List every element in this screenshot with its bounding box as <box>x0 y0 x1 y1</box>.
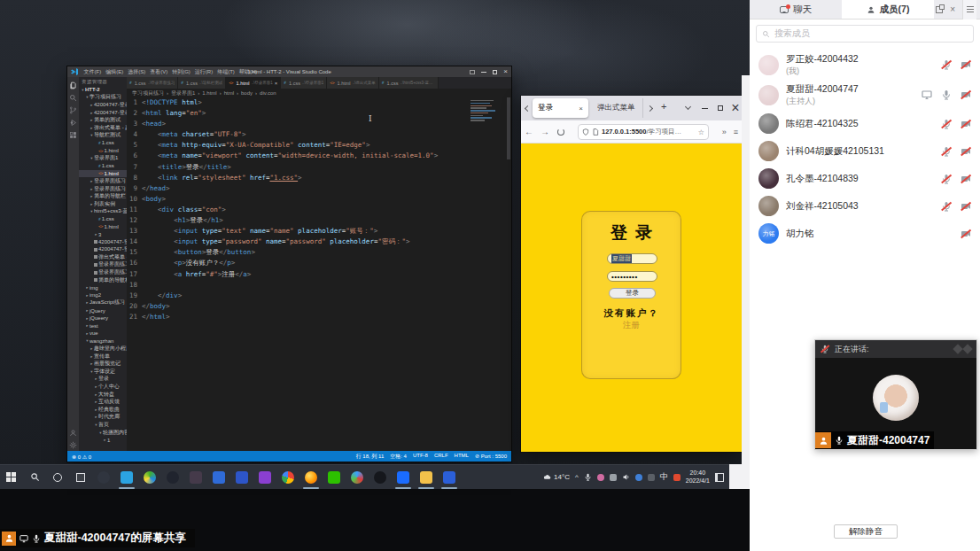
browser-maximize-icon[interactable] <box>712 96 728 120</box>
reload-icon[interactable] <box>557 128 564 136</box>
back-icon[interactable]: ← <box>521 127 537 136</box>
layout-toggle-icon[interactable] <box>470 70 475 74</box>
file-tree-item[interactable]: ▸JavaScript练习 <box>79 299 127 307</box>
start-button[interactable] <box>0 465 23 489</box>
file-tree[interactable]: ▾HTT-2▾学习项目练习▸42004747-登录图-下拉菜单▸42004747… <box>79 86 127 444</box>
status-item[interactable]: 行 18, 列 11 <box>356 453 385 461</box>
mic-icon[interactable] <box>941 89 952 100</box>
maximize-icon[interactable] <box>493 70 497 74</box>
taskbar-icon-qq-browser[interactable] <box>346 465 369 489</box>
mic-muted-icon[interactable] <box>941 146 952 157</box>
camera-muted-icon[interactable] <box>961 59 971 70</box>
file-tree-item[interactable]: ▸趣味竖向小程序 <box>79 345 127 353</box>
status-item[interactable]: HTML <box>455 453 469 461</box>
menu-icon[interactable]: ≡ <box>734 128 738 136</box>
file-tree-item[interactable]: ▾学习项目练习 <box>79 94 127 102</box>
activity-scm-icon[interactable] <box>69 106 77 114</box>
vscode-editor[interactable]: #1.css..\登录界面练习#1.css..\导航栏测试<>1.html..\… <box>127 77 511 451</box>
menu-item[interactable]: 文件(F) <box>84 69 102 74</box>
task-view-button[interactable] <box>69 465 92 489</box>
file-tree-item[interactable]: ▸列表实例 <box>79 200 127 208</box>
file-tree-item[interactable]: ▸3 <box>79 230 127 238</box>
file-tree-item[interactable]: ▸jQuery <box>79 307 127 314</box>
screen-share-icon[interactable] <box>922 89 932 100</box>
taskbar-icon-qq[interactable] <box>369 465 392 489</box>
tray-expand-icon[interactable]: ^ <box>575 473 579 481</box>
editor-scrollbar[interactable] <box>507 97 510 159</box>
tab-scroll-right-icon[interactable] <box>647 105 653 112</box>
editor-tab[interactable]: <>1.html..\登录界面1× <box>226 77 281 89</box>
mic-muted-icon[interactable] <box>941 119 952 129</box>
taskbar-icon-browser-360[interactable] <box>138 465 161 489</box>
breadcrumb-item[interactable]: 登录界面1 <box>171 89 195 97</box>
editor-tab[interactable]: #1.css..\html5+css3-蓝莓派的导航栏 <box>379 77 439 89</box>
taskbar-icon-image-tool[interactable] <box>184 465 207 489</box>
file-tree-item[interactable]: ▸img2 <box>79 291 127 299</box>
file-tree-item[interactable]: <>1.html <box>79 170 127 178</box>
new-tab-icon[interactable]: + <box>661 101 666 112</box>
member-row[interactable]: 刘金祥-42105043 <box>750 192 980 220</box>
file-tree-item[interactable]: 登录界面练习 - 副本.zip <box>79 261 127 269</box>
action-center-icon[interactable] <box>715 473 724 482</box>
file-tree-item[interactable]: ▸登录界面练习 - 副本 <box>79 185 127 193</box>
tray-app-icon[interactable] <box>597 474 604 481</box>
member-row[interactable]: 夏甜甜-42004747(主持人) <box>750 80 980 110</box>
speaker-video-window[interactable]: 正在讲话: 夏甜甜-42004747 <box>814 339 977 450</box>
tray-app-icon[interactable] <box>635 474 642 481</box>
bookmark-star-icon[interactable]: ☆ <box>698 128 704 136</box>
breadcrumb-item[interactable]: div.con <box>260 90 276 96</box>
taskbar-search-button[interactable] <box>23 465 46 489</box>
forward-icon[interactable]: → <box>537 127 553 136</box>
file-tree-item[interactable]: ▾导航栏测试 <box>79 132 127 140</box>
unmute-button[interactable]: 解除静音 <box>834 524 898 539</box>
minimize-icon[interactable] <box>481 72 486 73</box>
tab-list-icon[interactable] <box>685 104 691 110</box>
file-tree-item[interactable]: ▸时代光廊 <box>79 414 127 422</box>
file-tree-item[interactable]: #1.css <box>79 139 127 147</box>
taskbar-icon-wps[interactable] <box>207 465 230 489</box>
browser-minimize-icon[interactable] <box>696 96 712 120</box>
tab-chat[interactable]: 聊天 <box>750 0 842 19</box>
activity-debug-icon[interactable] <box>69 119 77 127</box>
member-search-input[interactable]: 搜索成员 <box>756 25 974 43</box>
status-item[interactable]: UTF-8 <box>413 453 428 461</box>
file-tree-item[interactable]: ▸1 <box>79 436 127 444</box>
mic-muted-icon[interactable] <box>941 201 952 212</box>
browser-tab-popup[interactable]: 弹出式菜单 <box>592 98 643 118</box>
file-tree-item[interactable]: <>1.html <box>79 147 127 155</box>
mic-muted-icon[interactable] <box>941 174 952 184</box>
breadcrumb-item[interactable]: 1.html <box>202 90 216 96</box>
url-bar[interactable]: 127.0.0.1:5500/学习项目… ☆ <box>578 124 709 140</box>
file-tree-item[interactable]: ▸宣传单 <box>79 353 127 361</box>
tab-close-icon[interactable]: × <box>579 105 583 113</box>
editor-tab[interactable]: #1.css..\登录界面1 <box>281 77 327 89</box>
member-row[interactable]: 罗正姣-42004432(我) <box>750 50 980 80</box>
extensions-overflow-icon[interactable]: » <box>722 128 727 136</box>
activity-account-icon[interactable] <box>69 429 77 437</box>
camera-muted-icon[interactable] <box>961 201 971 212</box>
weather-widget[interactable]: 14°C <box>543 473 570 481</box>
camera-muted-icon[interactable] <box>961 229 971 239</box>
breadcrumb-item[interactable]: 学习项目练习 <box>132 89 164 97</box>
page-info-icon[interactable] <box>592 128 599 136</box>
file-tree-item[interactable]: ▾字体设定 <box>79 368 127 376</box>
panel-menu-icon[interactable] <box>962 0 976 19</box>
file-tree-item[interactable]: ▸简单的导航栏 <box>79 192 127 200</box>
file-tree-item[interactable]: ▾轮播图内容 <box>79 429 127 437</box>
file-tree-item[interactable]: ▸大转盘 <box>79 391 127 399</box>
file-tree-item[interactable]: #1.css <box>79 162 127 170</box>
activity-explorer-icon[interactable] <box>69 81 77 89</box>
tab-close-icon[interactable]: × <box>275 81 278 86</box>
cortana-button[interactable] <box>46 465 69 489</box>
editor-tab[interactable]: #1.css..\导航栏测试 <box>178 77 226 89</box>
taskbar-icon-game-box[interactable] <box>438 465 461 489</box>
member-row[interactable]: 计科04胡媛媛42105131 <box>750 137 980 165</box>
activity-extensions-icon[interactable] <box>69 131 77 139</box>
file-tree-item[interactable]: ▸登录 <box>79 376 127 384</box>
menu-item[interactable]: 选择(S) <box>128 69 145 74</box>
file-tree-item[interactable]: ▸jQueery <box>79 314 127 322</box>
file-tree-item[interactable]: 42004747-登录图-登录注册界面.zip <box>79 245 127 253</box>
taskbar-icon-ks-tool[interactable] <box>230 465 253 489</box>
ime-indicator[interactable]: 中 <box>660 471 668 483</box>
editor-tab[interactable]: <>1.html..\弹出式菜单 <box>327 77 379 89</box>
